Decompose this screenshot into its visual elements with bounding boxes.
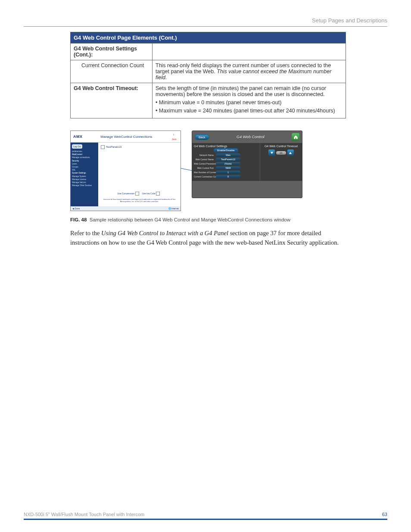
footer-product: NXD-500i 5" Wall/Flush Mount Touch Panel… (24, 512, 144, 517)
checkbox-icon[interactable] (135, 192, 139, 196)
back-button[interactable]: Back (195, 134, 209, 140)
row-label: G4 Web Control Settings (Cont.): (71, 44, 153, 60)
browser-window: AMX Manage WebControl Connections Java L… (70, 131, 181, 211)
enable-toggle[interactable]: Enable/Disable (214, 148, 238, 152)
home-icon[interactable] (292, 133, 299, 141)
table-row: Current Connection Count This read-only … (71, 60, 346, 83)
header-section-title: Setup Pages and Descriptions (312, 17, 387, 24)
figure-48: AMX Manage WebControl Connections Java L… (70, 131, 311, 222)
field-value: Wes (216, 153, 240, 157)
row-desc (153, 44, 346, 60)
decrease-button[interactable] (268, 149, 275, 156)
browser-sidebar: Log Out preferences WebControl Manage co… (71, 143, 98, 208)
timeout-heading: G4 Web Control Timeout (262, 145, 300, 148)
field-value[interactable]: 1 (216, 171, 240, 174)
page-header: Setup Pages and Descriptions (24, 17, 387, 27)
java-icon: Java (170, 133, 178, 140)
touch-panel: Back G4 Web Control G4 Web Control Setti… (192, 131, 302, 198)
page-footer: NXD-500i 5" Wall/Flush Mount Touch Panel… (24, 512, 387, 520)
browser-main: TestPanelv13 Use Compression Use low Col… (98, 143, 181, 208)
timeout-value: 15 (276, 151, 286, 155)
table-row: G4 Web Control Timeout: Sets the length … (71, 83, 346, 118)
row-label: G4 Web Control Timeout: (71, 83, 153, 118)
increase-button[interactable] (287, 149, 294, 156)
amx-logo: AMX (73, 134, 83, 139)
checkbox-icon[interactable] (156, 192, 160, 196)
field-value: 0 (216, 175, 240, 178)
field-value[interactable]: (None) (216, 162, 240, 165)
settings-heading: G4 Web Control Settings (194, 145, 258, 148)
browser-title: Manage WebControl Connections (100, 135, 152, 139)
checkbox-icon[interactable] (101, 145, 105, 149)
browser-status-bar: ◀ Done 🌐 Internet (71, 206, 181, 211)
elements-table: G4 Web Control Page Elements (Cont.) G4 … (70, 32, 346, 118)
body-paragraph: Refer to the Using G4 Web Control to Int… (70, 228, 346, 248)
field-value[interactable]: 5900 (216, 166, 240, 170)
row-desc: This read-only field displays the curren… (153, 60, 346, 83)
field-value[interactable]: TestPanelv13 (216, 158, 240, 161)
panel-link[interactable]: TestPanelv13 (106, 146, 121, 148)
logout-button[interactable]: Log Out (72, 144, 82, 149)
panel-title: G4 Web Control (213, 135, 288, 139)
table-title: G4 Web Control Page Elements (Cont.) (71, 32, 346, 44)
row-label: Current Connection Count (71, 60, 153, 83)
table-row: G4 Web Control Settings (Cont.): (71, 44, 346, 60)
page-number: 63 (382, 512, 387, 517)
figure-caption: FIG. 48 Sample relationship between G4 W… (70, 217, 311, 222)
row-desc: Sets the length of time (in minutes) the… (153, 83, 346, 118)
